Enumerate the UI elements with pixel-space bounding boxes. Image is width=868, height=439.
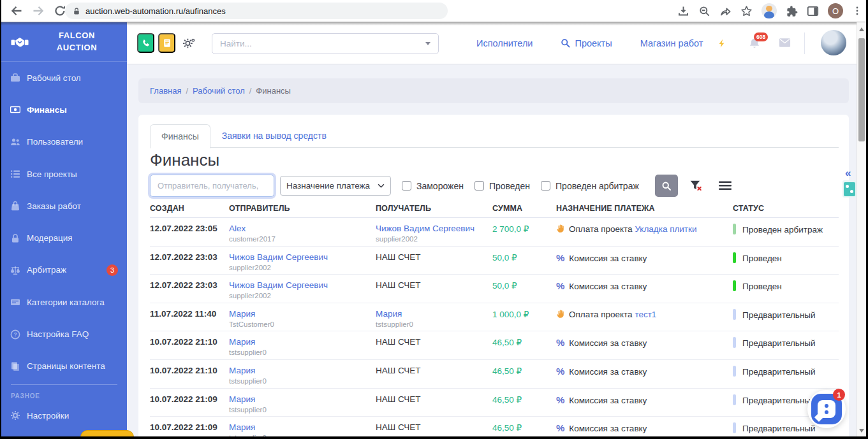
sidebar-item-arbitrage[interactable]: Арбитраж3 — [1, 254, 127, 286]
sender-link[interactable]: Мария — [229, 422, 255, 432]
recipient-link[interactable]: Мария — [376, 309, 402, 319]
row-amount: 50,0 ₽ — [492, 252, 556, 275]
sender-link[interactable]: Мария — [229, 366, 255, 375]
row-created: 10.07.2022 21:09 — [150, 394, 229, 417]
filter-checkbox-1[interactable]: Проведен — [474, 181, 530, 191]
browser-menu-kebab-icon[interactable] — [852, 6, 862, 16]
side-panel-icon[interactable] — [807, 5, 819, 17]
project-link[interactable]: Укладка плитки — [635, 224, 696, 234]
sidebar-item-faq-settings[interactable]: ?Настройка FAQ — [1, 318, 127, 350]
row-status: Проведен арбитраж — [733, 224, 839, 246]
browser-forward-icon[interactable] — [32, 4, 45, 17]
address-bar[interactable]: auction.web-automation.ru/aufinances — [65, 3, 448, 19]
widget-gears-icon[interactable] — [842, 180, 857, 198]
share-icon[interactable] — [719, 5, 732, 17]
scrollbar-thumb[interactable] — [858, 38, 865, 141]
extensions-puzzle-icon[interactable] — [786, 5, 798, 17]
breadcrumb-item[interactable]: Рабочий стол — [193, 86, 245, 96]
sender-login: supplier2002 — [229, 264, 376, 271]
brand-logo[interactable]: FALCONAUCTION — [1, 22, 127, 62]
checkbox-icon[interactable] — [541, 181, 550, 191]
bolt-icon[interactable] — [717, 38, 726, 49]
bookmark-star-icon[interactable] — [740, 5, 753, 17]
messages-envelope-icon[interactable] — [779, 38, 791, 48]
finances-card: Финансы Заявки на вывод средств Финансы … — [138, 115, 849, 436]
browser-profile-avatar[interactable]: O — [828, 3, 843, 18]
tab-finances[interactable]: Финансы — [150, 124, 210, 148]
sender-link[interactable]: Мария — [229, 309, 255, 319]
search-caret-icon[interactable] — [425, 42, 430, 45]
table-row: 12.07.2022 23:05Alexcustomer2017Чижов Ва… — [150, 218, 839, 247]
checkbox-icon[interactable] — [474, 181, 484, 191]
tab-withdrawal-requests[interactable]: Заявки на вывод средств — [210, 124, 338, 147]
scroll-down-icon[interactable] — [859, 429, 864, 433]
topbar-search-input[interactable] — [212, 39, 425, 48]
nav-link-work-shop[interactable]: Магазин работ — [640, 38, 703, 48]
row-created: 12.07.2022 23:03 — [150, 280, 229, 303]
sidebar-item-moderation[interactable]: Модерация — [1, 222, 127, 254]
folder-icon — [10, 297, 21, 307]
scroll-up-icon[interactable] — [859, 27, 864, 31]
zoom-out-icon[interactable] — [698, 5, 710, 17]
sidebar-item-content-pages[interactable]: Страницы контента — [1, 350, 127, 382]
sidebar-item-all-projects[interactable]: Все проекты — [1, 158, 127, 190]
row-status: Предварительный — [733, 337, 839, 359]
notifications-bell-icon[interactable]: 608 — [749, 38, 760, 50]
nav-link-executors[interactable]: Исполнители — [476, 38, 533, 48]
browser-reload-icon[interactable] — [54, 4, 66, 17]
row-purpose: %Комиссия за ставку — [556, 337, 733, 359]
sidebar-item-label: Пользователи — [27, 137, 83, 147]
project-link[interactable]: тест1 — [635, 310, 656, 319]
row-created: 10.07.2022 21:10 — [150, 337, 229, 359]
row-amount: 46,50 ₽ — [492, 422, 556, 436]
recipient-link[interactable]: Чижов Вадим Сергеевич — [376, 224, 474, 233]
nav-link-projects[interactable]: Проекты — [561, 38, 612, 48]
breadcrumb-item[interactable]: Главная — [150, 86, 181, 96]
sender-link[interactable]: Чижов Вадим Сергеевич — [229, 280, 328, 290]
svg-text:?: ? — [13, 331, 17, 338]
checkbox-icon[interactable] — [402, 181, 411, 191]
sidebar-item-catalog-categories[interactable]: Категории каталога — [1, 286, 127, 318]
phone-button[interactable] — [137, 33, 154, 53]
recipient-login: tstsupplier0 — [376, 320, 492, 328]
sender-link[interactable]: Alex — [229, 224, 246, 233]
bag-icon — [10, 201, 21, 211]
sender-link[interactable]: Мария — [229, 394, 255, 404]
extension-avatar-icon[interactable] — [761, 3, 777, 18]
sidebar-item-users[interactable]: Пользователи — [1, 126, 127, 158]
search-button[interactable] — [655, 175, 678, 197]
status-color-bar — [733, 337, 736, 348]
services-gears-icon[interactable] — [182, 37, 196, 50]
clear-filter-button[interactable] — [684, 175, 707, 197]
breadcrumb-separator: / — [186, 86, 188, 96]
sender-recipient-input[interactable] — [150, 175, 274, 197]
table-menu-button[interactable] — [714, 175, 737, 197]
hamburger-icon — [719, 181, 732, 191]
payment-purpose-select[interactable]: Назначение платежа — [280, 176, 391, 196]
browser-back-icon[interactable] — [10, 4, 23, 17]
row-amount: 1 000,0 ₽ — [492, 309, 556, 331]
sender-link[interactable]: Мария — [229, 337, 255, 347]
page-scrollbar[interactable] — [857, 22, 866, 436]
sidebar-item-work-orders[interactable]: Заказы работ — [1, 190, 127, 222]
sidebar-item-finances[interactable]: Финансы — [1, 94, 127, 126]
chat-widget[interactable]: 1 — [807, 390, 846, 428]
brand-name: FALCONAUCTION — [36, 30, 118, 54]
sender-link[interactable]: Чижов Вадим Сергеевич — [229, 252, 328, 262]
filter-checkbox-2[interactable]: Проведен арбитраж — [541, 181, 639, 191]
sidebar-item-settings[interactable]: Настройки — [1, 399, 127, 431]
address-book-button[interactable] — [158, 33, 175, 53]
sidebar-item-desktop[interactable]: Рабочий стол — [1, 62, 127, 94]
recipient-name: НАШ СЧЕТ — [376, 366, 420, 375]
download-icon[interactable] — [677, 5, 689, 17]
collapse-panel-icon[interactable]: « — [845, 167, 850, 180]
sidebar-misc-menu: Настройки — [1, 399, 127, 431]
sidebar-menu: Рабочий столФинансыПользователиВсе проек… — [1, 62, 127, 382]
table-row: 11.07.2022 11:40МарияTstCustomer0Марияts… — [150, 303, 839, 332]
lock-icon — [73, 7, 80, 15]
row-created: 10.07.2022 21:09 — [150, 422, 229, 436]
sidebar-item-label: Все проекты — [27, 169, 77, 179]
sidebar-bottom-button[interactable] — [80, 430, 134, 436]
filter-checkbox-0[interactable]: Заморожен — [402, 181, 464, 191]
user-avatar[interactable] — [821, 30, 846, 55]
